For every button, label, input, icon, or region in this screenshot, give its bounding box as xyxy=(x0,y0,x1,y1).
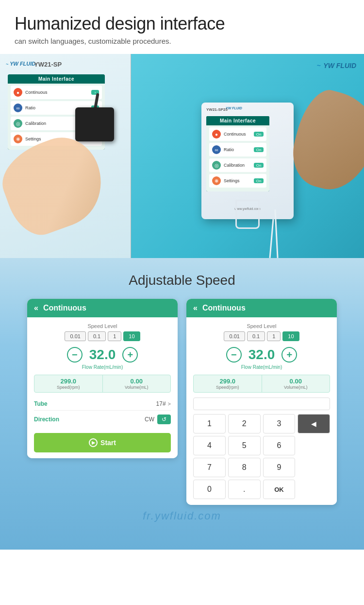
tube-bottom xyxy=(235,200,260,229)
menu-arrow-r-settings: On xyxy=(254,178,264,183)
tube-value-left: 17# > xyxy=(156,400,171,407)
model-right: YW21-SP25 xyxy=(206,107,228,112)
speed-btn-r-10[interactable]: 10 xyxy=(282,331,299,341)
panel-right-body: Speed Level 0.01 0.1 1 10 − 32.0 + Flow … xyxy=(186,317,337,505)
key-9[interactable]: 9 xyxy=(263,458,296,477)
numpad-input-display xyxy=(193,398,330,410)
photo-section: ~ YW FLUID YW21-SP Main Interface ● Cont… xyxy=(0,54,364,258)
tube-arrow-left[interactable]: > xyxy=(168,401,171,407)
key-4[interactable]: 4 xyxy=(193,436,226,455)
key-8[interactable]: 8 xyxy=(228,458,261,477)
menu-label-continuous: Continuous xyxy=(25,90,88,95)
dir-row-left: Direction CW ↺ xyxy=(34,411,171,428)
key-3[interactable]: 3 xyxy=(263,414,296,433)
key-2[interactable]: 2 xyxy=(228,414,261,433)
speed-btn-r-01[interactable]: 0.1 xyxy=(247,331,265,341)
menu-icon-orange: ❋ xyxy=(14,135,22,143)
screen-header-right: Main Interface xyxy=(206,116,269,125)
stat-speed-right: 299.0 Speed(rpm) xyxy=(194,375,262,392)
panel-left-title: Continuous xyxy=(43,304,86,312)
dir-value-left: CW ↺ xyxy=(145,415,171,424)
menu-item-r-continuous[interactable]: ● Continuous On xyxy=(209,127,266,141)
speed-btn-r-1[interactable]: 1 xyxy=(267,331,281,341)
flow-plus-left[interactable]: + xyxy=(122,347,138,363)
stat-speed-value-right: 299.0 xyxy=(198,378,258,385)
speed-buttons-left: 0.01 0.1 1 10 xyxy=(34,331,171,341)
photo-right: YW FLUID YW21-SP25 YW FLUID Main Interfa… xyxy=(131,54,364,258)
menu-item-r-ratio[interactable]: ∞ Ratio On xyxy=(209,143,266,156)
menu-arrow-r-continuous: On xyxy=(254,132,264,137)
dir-btn-left[interactable]: ↺ xyxy=(157,415,171,424)
stat-volume-left: 0.00 Volume(mL) xyxy=(103,375,171,392)
menu-arrow-r-ratio: On xyxy=(254,147,264,152)
speed-btn-001[interactable]: 0.01 xyxy=(65,331,85,341)
brand-right: YW FLUID xyxy=(317,62,356,69)
watermark: fr.ywfluid.com xyxy=(10,505,354,527)
stat-volume-value-left: 0.00 xyxy=(107,378,167,385)
menu-item-r-settings[interactable]: ❋ Settings On xyxy=(209,174,266,188)
key-ok[interactable]: OK xyxy=(263,480,296,499)
stat-speed-label-left: Speed(rpm) xyxy=(38,385,99,390)
menu-item-r-calibration[interactable]: ◎ Calibration On xyxy=(209,158,266,172)
speed-btn-r-001[interactable]: 0.01 xyxy=(224,331,245,341)
screen-header-left: Main Interface xyxy=(8,74,105,84)
panel-left-header: « Continuous xyxy=(27,299,178,317)
screen-right: Main Interface ● Continuous On ∞ Ratio O… xyxy=(206,116,269,191)
panel-right: « Continuous Speed Level 0.01 0.1 1 10 −… xyxy=(186,299,337,505)
panel-right-title: Continuous xyxy=(202,304,246,312)
menu-icon-r-green: ◎ xyxy=(212,161,221,170)
stat-volume-label-left: Volume(mL) xyxy=(107,385,167,390)
speed-btn-10[interactable]: 10 xyxy=(123,331,140,341)
menu-icon-red: ● xyxy=(14,88,22,97)
flow-unit-right: Flow Rate(mL/min) xyxy=(193,364,330,370)
key-6[interactable]: 6 xyxy=(263,436,296,455)
menu-label-r-continuous: Continuous xyxy=(224,132,251,137)
menu-icon-blue: ∞ xyxy=(14,104,22,112)
hand-right xyxy=(285,85,364,199)
screen-body-right: ● Continuous On ∞ Ratio On ◎ Calibration… xyxy=(206,125,269,191)
device-box-right: YW21-SP25 YW FLUID Main Interface ● Cont… xyxy=(201,103,294,219)
start-button-left[interactable]: ▶ Start xyxy=(34,433,171,452)
key-ok-spacer xyxy=(298,436,330,477)
key-7[interactable]: 7 xyxy=(193,458,226,477)
stat-volume-label-right: Volume(mL) xyxy=(266,385,326,390)
menu-label-r-settings: Settings xyxy=(224,178,251,183)
speed-btn-01[interactable]: 0.1 xyxy=(88,331,106,341)
panel-left: « Continuous Speed Level 0.01 0.1 1 10 −… xyxy=(27,299,178,458)
dir-text-left: CW xyxy=(145,416,154,423)
model-left: YW21-SP xyxy=(34,61,62,68)
menu-item-continuous[interactable]: ● Continuous › xyxy=(11,86,102,99)
flow-value-left: 32.0 xyxy=(89,347,116,363)
stat-speed-left: 299.0 Speed(rpm) xyxy=(34,375,103,392)
key-0[interactable]: 0 xyxy=(193,480,226,499)
menu-icon-r-red: ● xyxy=(212,130,221,138)
key-5[interactable]: 5 xyxy=(228,436,261,455)
speed-level-label-left: Speed Level xyxy=(34,323,171,329)
flow-unit-left: Flow Rate(mL/min) xyxy=(34,364,171,370)
flow-control-right: − 32.0 + xyxy=(193,347,330,363)
flow-minus-right[interactable]: − xyxy=(226,347,242,363)
panel-left-body: Speed Level 0.01 0.1 1 10 − 32.0 + Flow … xyxy=(27,317,178,458)
speed-btn-1[interactable]: 1 xyxy=(108,331,121,341)
key-backspace[interactable]: ◀ xyxy=(298,414,330,433)
flow-plus-right[interactable]: + xyxy=(281,347,297,363)
top-section: Humanized design interface can switch la… xyxy=(0,0,364,54)
back-arrow-right[interactable]: « xyxy=(193,304,198,312)
menu-icon-r-orange: ❋ xyxy=(212,176,221,185)
brand-left: ~ YW FLUID xyxy=(6,61,35,67)
panel-right-header: « Continuous xyxy=(186,299,337,317)
tube-label-left: Tube xyxy=(34,400,48,407)
stats-row-right: 299.0 Speed(rpm) 0.00 Volume(mL) xyxy=(193,375,330,393)
back-arrow-left[interactable]: « xyxy=(34,304,38,312)
page-subtitle: can switch languages, customizable proce… xyxy=(15,37,349,45)
menu-label-r-ratio: Ratio xyxy=(224,147,251,152)
stat-speed-value-left: 299.0 xyxy=(38,378,99,385)
numpad-grid: 1 2 3 ◀ 4 5 6 7 8 9 0 . OK xyxy=(193,414,330,499)
bottom-title: Adjustable Speed xyxy=(10,273,354,288)
flow-minus-left[interactable]: − xyxy=(67,347,83,363)
key-dot[interactable]: . xyxy=(228,480,261,499)
menu-icon-green: ◎ xyxy=(14,119,22,128)
tube-row-left: Tube 17# > xyxy=(34,398,171,411)
speed-level-label-right: Speed Level xyxy=(193,323,330,329)
key-1[interactable]: 1 xyxy=(193,414,226,433)
